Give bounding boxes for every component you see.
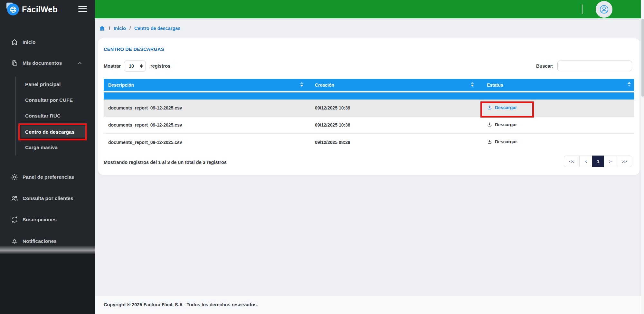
sync-icon [11, 216, 18, 224]
user-avatar[interactable] [596, 1, 612, 18]
sidebar-item-label: Inicio [23, 39, 35, 45]
sidebar-item-mis-documentos[interactable]: Mis documentos [0, 57, 95, 69]
cell-estatus: Descargar [477, 122, 634, 128]
select-stepper-icon [140, 64, 143, 68]
downloads-card: CENTRO DE DESCARGAS Mostrar 10 registros… [98, 38, 639, 175]
cell-creacion: 09/12/2025 10:39 [307, 105, 477, 110]
download-icon [487, 139, 492, 145]
home-icon [11, 38, 18, 46]
table-filter-row [104, 92, 634, 100]
table-row: documents_report_09-12-2025.csv 09/12/20… [104, 100, 634, 117]
copyright-text: Copyright ® 2025 Factura Fácil, S.A - To… [104, 302, 258, 307]
column-header-creacion[interactable]: Creación [307, 79, 477, 91]
sidebar-item-consultar-ruc[interactable]: Consultar RUC [0, 110, 95, 121]
cell-descripcion: documents_report_09-12-2025.csv [104, 122, 307, 128]
sort-icon [471, 82, 474, 87]
sidebar-item-consulta-por-clientes[interactable]: Consulta por clientes [0, 193, 95, 204]
sidebar: FácilWeb Inicio Mis documentos [0, 0, 95, 314]
breadcrumb-separator: / [109, 26, 110, 31]
pagination-last-button[interactable]: >> [617, 156, 632, 167]
page-scrollbar[interactable] [641, 0, 644, 314]
download-link[interactable]: Descargar [487, 105, 517, 110]
user-icon [599, 4, 610, 15]
sort-icon [300, 82, 303, 87]
cell-estatus: Descargar [477, 105, 634, 111]
brand-logo[interactable] [7, 4, 19, 16]
page-length-value: 10 [129, 63, 134, 69]
sidebar-item-panel-de-preferencias[interactable]: Panel de preferencias [0, 171, 95, 183]
breadcrumb-separator: / [129, 26, 131, 31]
cell-creacion: 09/12/2025 10:38 [307, 122, 477, 128]
topbar [95, 0, 641, 18]
main-content: / Inicio / Centro de descargas CENTRO DE… [95, 18, 641, 296]
cell-descripcion: documents_report_09-12-2025.csv [104, 105, 307, 110]
chevron-up-icon [77, 61, 82, 66]
download-icon [487, 105, 492, 110]
footer: Copyright ® 2025 Factura Fácil, S.A - To… [95, 296, 641, 314]
pagination-first-button[interactable]: << [564, 156, 579, 167]
breadcrumb-link-centro-de-descargas[interactable]: Centro de descargas [134, 26, 180, 31]
table-body: documents_report_09-12-2025.csv 09/12/20… [104, 100, 634, 151]
users-icon [11, 195, 18, 202]
documents-icon [11, 59, 18, 67]
sidebar-item-panel-principal[interactable]: Panel principal [0, 79, 95, 90]
cell-descripcion: documents_report_09-12-2025.csv [104, 140, 307, 145]
page-length-select[interactable]: 10 [124, 61, 146, 71]
pagination-next-button[interactable]: > [604, 156, 617, 167]
table-row: documents_report_09-12-2025.csv 09/12/20… [104, 117, 634, 134]
cell-creacion: 09/12/2025 08:28 [307, 140, 477, 145]
sort-icon [628, 82, 631, 87]
sidebar-fade-divider [0, 245, 95, 254]
hamburger-menu-icon[interactable] [78, 6, 87, 14]
table-row: documents_report_09-12-2025.csv 09/12/20… [104, 134, 634, 151]
bell-icon [11, 237, 18, 245]
breadcrumb-home-icon[interactable] [99, 25, 105, 32]
search-label: Buscar: [536, 63, 554, 69]
column-header-estatus[interactable]: Estatus [477, 79, 634, 91]
scrollbar-thumb[interactable] [641, 19, 644, 97]
sidebar-item-label: Mis documentos [23, 60, 62, 66]
breadcrumb: / Inicio / Centro de descargas [99, 25, 180, 32]
column-header-descripcion[interactable]: Descripción [104, 79, 307, 91]
sidebar-item-suscripciones[interactable]: Suscripciones [0, 214, 95, 225]
sidebar-item-consultar-por-cufe[interactable]: Consultar por CUFE [0, 95, 95, 106]
gear-icon [11, 173, 18, 181]
sidebar-bottom-area [0, 254, 95, 314]
pagination-page-1-button[interactable]: 1 [592, 156, 604, 167]
globe-icon [7, 4, 19, 15]
sidebar-item-centro-de-descargas[interactable]: Centro de descargas [21, 126, 85, 138]
page-length-label-after: registros [150, 63, 170, 69]
brand-name: FácilWeb [22, 5, 58, 14]
sidebar-item-inicio[interactable]: Inicio [0, 36, 95, 48]
search-input[interactable] [557, 61, 632, 71]
download-icon [487, 122, 492, 127]
download-link[interactable]: Descargar [487, 122, 517, 127]
download-link[interactable]: Descargar [487, 139, 517, 145]
breadcrumb-link-inicio[interactable]: Inicio [114, 26, 126, 31]
pagination: << < 1 > >> [564, 156, 632, 167]
page-title: CENTRO DE DESCARGAS [104, 47, 164, 52]
topbar-divider [582, 5, 582, 14]
cell-estatus: Descargar [477, 139, 634, 146]
pagination-prev-button[interactable]: < [579, 156, 592, 167]
table-header: Descripción Creación Estatus [104, 79, 634, 91]
app-root: FácilWeb Inicio Mis documentos [0, 0, 644, 314]
page-length-label-before: Mostrar [104, 63, 121, 69]
table-info: Mostrando registros del 1 al 3 de un tot… [104, 160, 227, 165]
sidebar-item-carga-masiva[interactable]: Carga masiva [0, 142, 95, 153]
